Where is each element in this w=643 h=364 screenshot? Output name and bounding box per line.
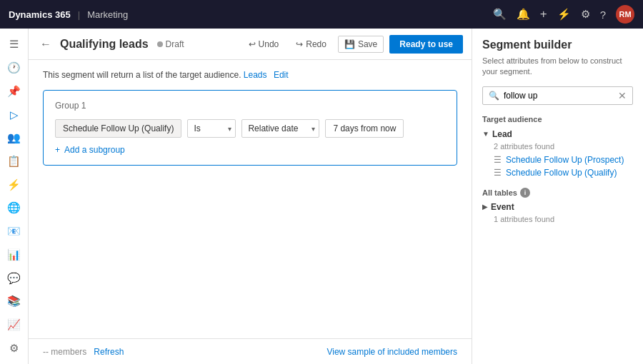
date-type-select-wrapper: Relative dateExact date xyxy=(241,119,319,138)
sidebar-icon-people[interactable]: 👥 xyxy=(1,128,27,148)
sidebar-icon-chat[interactable]: 💬 xyxy=(1,268,27,288)
refresh-link[interactable]: Refresh xyxy=(94,347,124,357)
sidebar-icon-pinned[interactable]: 📌 xyxy=(1,81,27,101)
clear-search-icon[interactable]: ✕ xyxy=(618,90,627,101)
attr-label-prospect: Schedule Follow Up (Prospect) xyxy=(506,155,624,165)
panel-subtitle: Select attributes from below to construc… xyxy=(482,56,633,78)
sidebar-icon-library[interactable]: 📚 xyxy=(1,291,27,312)
redo-icon: ↪ xyxy=(296,39,303,49)
status-badge: Draft xyxy=(157,39,184,49)
sidebar-icon-list[interactable]: 📋 xyxy=(1,151,27,172)
condition-field: Schedule Follow Up (Qualify) xyxy=(55,119,181,138)
toolbar-actions: ↩ Undo ↪ Redo 💾 Save Ready to use xyxy=(243,35,463,54)
undo-button[interactable]: ↩ Undo xyxy=(243,36,285,52)
view-sample-link[interactable]: View sample of included members xyxy=(327,347,457,357)
sidebar-icon-play[interactable]: ▷ xyxy=(1,104,27,125)
operator-select-wrapper: IsIs not xyxy=(187,119,236,138)
search-input[interactable] xyxy=(504,91,614,101)
event-attr-count: 1 attributes found xyxy=(494,215,633,223)
user-avatar[interactable]: RM xyxy=(616,5,634,24)
filter-icon[interactable]: ⚡ xyxy=(557,8,571,21)
all-tables-row: All tables i xyxy=(482,188,633,198)
add-subgroup-button[interactable]: + Add a subgroup xyxy=(55,145,445,155)
app-title: Dynamics 365 xyxy=(9,9,71,20)
attr-label-qualify: Schedule Follow Up (Qualify) xyxy=(506,168,617,178)
condition-row: Schedule Follow Up (Qualify) IsIs not Re… xyxy=(55,119,445,138)
help-icon[interactable]: ? xyxy=(600,9,606,21)
event-section-header[interactable]: ▶ Event xyxy=(482,202,633,212)
lead-attr-count: 2 attributes found xyxy=(494,142,633,151)
redo-button[interactable]: ↪ Redo xyxy=(290,36,332,52)
group-box: Group 1 Schedule Follow Up (Qualify) IsI… xyxy=(43,90,457,166)
top-navigation: Dynamics 365 | Marketing 🔍 🔔 + ⚡ ⚙ ? RM xyxy=(0,0,643,29)
sidebar-icon-email[interactable]: 📧 xyxy=(1,221,27,242)
segment-info-text: This segment will return a list of the t… xyxy=(43,70,457,80)
members-count: -- members xyxy=(43,347,86,357)
target-audience-label: Target audience xyxy=(482,115,633,123)
search-icon: 🔍 xyxy=(489,91,499,101)
content-area: This segment will return a list of the t… xyxy=(29,60,472,338)
info-icon[interactable]: i xyxy=(520,188,530,198)
collapse-icon: ▼ xyxy=(482,130,489,138)
operator-select[interactable]: IsIs not xyxy=(187,119,236,138)
sidebar-icon-lightning[interactable]: ⚡ xyxy=(1,174,27,195)
main-content: ← Qualifying leads Draft ↩ Undo ↪ Redo 💾… xyxy=(29,29,472,364)
expand-icon: ▶ xyxy=(482,203,488,211)
settings-icon[interactable]: ⚙ xyxy=(581,8,590,21)
status-dot xyxy=(157,41,163,47)
status-label: Draft xyxy=(166,39,184,49)
add-icon[interactable]: + xyxy=(540,7,547,21)
right-panel: Segment builder Select attributes from b… xyxy=(472,29,643,364)
app-name: Marketing xyxy=(87,9,128,20)
sidebar-icon-settings[interactable]: ⚙ xyxy=(1,338,27,358)
save-icon: 💾 xyxy=(344,39,355,49)
sidebar-icon-globe[interactable]: 🌐 xyxy=(1,198,27,218)
nav-icons: 🔍 🔔 + ⚡ ⚙ ? RM xyxy=(493,5,634,24)
lead-section-header[interactable]: ▼ Lead xyxy=(482,129,633,139)
attr-item-qualify[interactable]: ☰ Schedule Follow Up (Qualify) xyxy=(494,168,633,178)
plus-icon: + xyxy=(55,145,60,155)
attr-icon-qualify: ☰ xyxy=(494,168,502,178)
page-title: Qualifying leads xyxy=(60,38,149,51)
condition-value: 7 days from now xyxy=(325,119,404,138)
date-type-select[interactable]: Relative dateExact date xyxy=(241,119,319,138)
sidebar-icon-analytics[interactable]: 📈 xyxy=(1,315,27,335)
bell-icon[interactable]: 🔔 xyxy=(517,8,530,21)
sidebar-icon-recent[interactable]: 🕐 xyxy=(1,58,27,79)
attr-item-prospect[interactable]: ☰ Schedule Follow Up (Prospect) xyxy=(494,155,633,165)
search-box: 🔍 ✕ xyxy=(482,86,633,105)
undo-icon: ↩ xyxy=(249,39,256,49)
bottom-bar: -- members Refresh View sample of includ… xyxy=(29,338,472,364)
attr-icon-prospect: ☰ xyxy=(494,155,502,165)
all-tables-label: All tables xyxy=(482,188,517,197)
event-entity-name: Event xyxy=(491,202,514,212)
group-label: Group 1 xyxy=(55,101,445,111)
sidebar: ☰ 🕐 📌 ▷ 👥 📋 ⚡ 🌐 📧 📊 💬 📚 📈 ⚙ xyxy=(0,29,29,364)
nav-divider: | xyxy=(78,9,80,20)
sidebar-icon-menu[interactable]: ☰ xyxy=(1,34,27,55)
lead-entity-name: Lead xyxy=(492,129,512,139)
back-button[interactable]: ← xyxy=(37,35,54,54)
search-icon[interactable]: 🔍 xyxy=(493,8,507,21)
ready-to-use-button[interactable]: Ready to use xyxy=(389,35,463,54)
toolbar: ← Qualifying leads Draft ↩ Undo ↪ Redo 💾… xyxy=(29,29,472,60)
save-button[interactable]: 💾 Save xyxy=(338,36,384,53)
panel-title: Segment builder xyxy=(482,39,633,51)
edit-link[interactable]: Edit xyxy=(274,70,289,80)
leads-link[interactable]: Leads xyxy=(244,70,267,80)
sidebar-icon-chart[interactable]: 📊 xyxy=(1,244,27,265)
